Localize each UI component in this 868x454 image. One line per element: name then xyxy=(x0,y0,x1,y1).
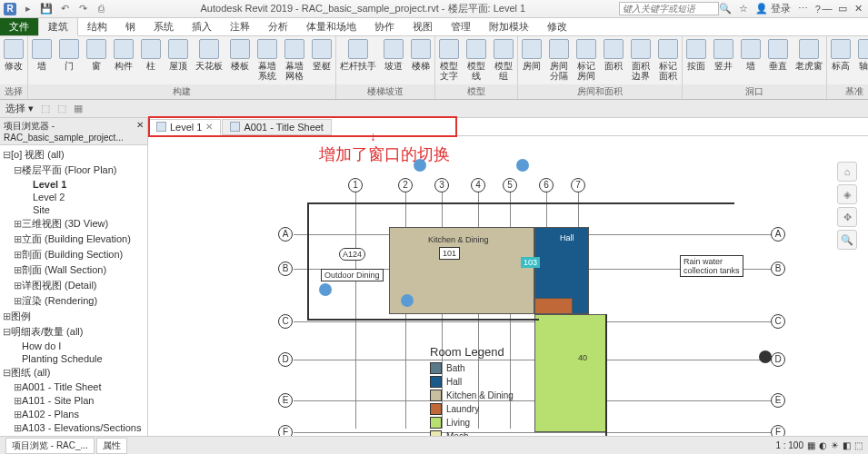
ribbon-tab[interactable]: 钢 xyxy=(116,18,145,35)
document-tab[interactable]: A001 - Title Sheet xyxy=(222,119,331,135)
ribbon-button[interactable]: 老虎窗 xyxy=(792,36,826,84)
tree-toggle-icon[interactable]: ⊟ xyxy=(2,149,11,161)
nav-pan-icon[interactable]: ✥ xyxy=(837,207,857,227)
ribbon-button[interactable]: 栏杆扶手 xyxy=(336,36,380,84)
grid-bubble[interactable]: A xyxy=(278,227,293,242)
tree-toggle-icon[interactable]: ⊞ xyxy=(13,249,22,261)
tree-node[interactable]: ⊞A001 - Title Sheet xyxy=(2,380,145,394)
ribbon-button[interactable]: 房间分隔 xyxy=(545,36,573,84)
tree-node[interactable]: ⊞剖面 (Wall Section) xyxy=(2,262,145,278)
ribbon-button[interactable]: 窗 xyxy=(83,36,110,84)
help-search-input[interactable] xyxy=(619,2,719,15)
tree-node[interactable]: ⊞三维视图 (3D View) xyxy=(2,216,145,232)
tree-toggle-icon[interactable]: ⊞ xyxy=(13,395,22,407)
tree-node[interactable]: Level 1 xyxy=(2,178,145,191)
ribbon-button[interactable]: 门 xyxy=(55,36,83,84)
tree-toggle-icon[interactable]: ⊞ xyxy=(13,280,22,291)
tree-toggle-icon[interactable]: ⊞ xyxy=(13,218,22,230)
opt-icon[interactable]: ▦ xyxy=(74,103,83,114)
panel-tab[interactable]: 项目浏览 - RAC_... xyxy=(5,438,95,454)
ribbon-button[interactable]: 构件 xyxy=(110,36,137,84)
tree-toggle-icon[interactable]: ⊟ xyxy=(2,367,11,379)
elevation-marker-icon[interactable] xyxy=(759,350,772,363)
tree-toggle-icon[interactable]: ⊞ xyxy=(13,381,22,393)
grid-bubble[interactable]: 2 xyxy=(398,178,413,192)
ribbon-button[interactable]: 轴网 xyxy=(854,36,868,84)
tree-toggle-icon[interactable]: ⊞ xyxy=(13,264,22,276)
tree-node[interactable]: ⊟[o] 视图 (all) xyxy=(2,147,145,163)
grid-bubble[interactable]: 7 xyxy=(571,178,585,192)
tree-toggle-icon[interactable]: ⊞ xyxy=(13,295,22,307)
tree-node[interactable]: How do I xyxy=(2,340,145,352)
ribbon-button[interactable]: 模型组 xyxy=(490,36,517,84)
tree-node[interactable]: Level 2 xyxy=(2,191,145,203)
tree-node[interactable]: ⊞A101 - Site Plan xyxy=(2,394,145,408)
tree-node[interactable]: ⊞A103 - Elevations/Sections xyxy=(2,421,145,435)
nav-home-icon[interactable]: ⌂ xyxy=(837,162,857,182)
ribbon-button[interactable]: 垂直 xyxy=(764,36,792,84)
ribbon-button[interactable]: 按面 xyxy=(683,36,710,84)
ribbon-button[interactable]: 柱 xyxy=(137,36,165,84)
sun-path-icon[interactable]: ☀ xyxy=(831,440,839,450)
tree-toggle-icon[interactable]: ⊟ xyxy=(13,164,22,176)
ribbon-button[interactable]: 修改 xyxy=(0,36,27,84)
qat-redo-icon[interactable]: ↷ xyxy=(76,3,89,15)
ribbon-button[interactable]: 标记面积 xyxy=(654,36,682,84)
ribbon-tab[interactable]: 视图 xyxy=(404,18,442,35)
section-marker-icon[interactable] xyxy=(401,294,414,307)
grid-bubble[interactable]: C xyxy=(278,314,293,329)
tree-node[interactable]: ⊞剖面 (Building Section) xyxy=(2,247,145,262)
favorite-icon[interactable]: ☆ xyxy=(739,3,748,15)
tree-node[interactable]: Site xyxy=(2,203,145,216)
ribbon-button[interactable]: 楼梯 xyxy=(407,36,434,84)
tree-node[interactable]: ⊟图纸 (all) xyxy=(2,365,145,380)
ribbon-button[interactable]: 幕墙系统 xyxy=(254,36,281,84)
tree-toggle-icon[interactable]: ⊟ xyxy=(2,326,11,338)
ribbon-button[interactable]: 楼板 xyxy=(226,36,254,84)
grid-bubble[interactable]: D xyxy=(278,352,293,367)
opt-icon[interactable]: ⬚ xyxy=(41,103,50,114)
tree-toggle-icon[interactable]: ⊞ xyxy=(13,233,22,245)
select-mode-dropdown[interactable]: 选择 ▾ xyxy=(5,102,34,115)
tree-node[interactable]: ⊞A102 - Plans xyxy=(2,408,145,421)
grid-bubble[interactable]: B xyxy=(771,262,785,276)
ribbon-button[interactable]: 模型线 xyxy=(463,36,490,84)
grid-bubble[interactable]: 5 xyxy=(503,178,517,192)
maximize-button[interactable]: ▭ xyxy=(836,3,849,15)
ribbon-tab[interactable]: 文件 xyxy=(0,18,38,35)
crop-icon[interactable]: ⬚ xyxy=(854,440,863,450)
ribbon-button[interactable]: 标高 xyxy=(827,36,854,84)
section-marker-icon[interactable] xyxy=(414,159,426,172)
tree-toggle-icon[interactable]: ⊞ xyxy=(13,422,22,434)
grid-bubble[interactable]: 3 xyxy=(434,178,449,192)
section-marker-icon[interactable] xyxy=(319,283,332,296)
ribbon-button[interactable]: 天花板 xyxy=(192,36,226,84)
grid-bubble[interactable]: B xyxy=(278,262,293,276)
ribbon-button[interactable]: 墙 xyxy=(737,36,764,84)
grid-bubble[interactable]: D xyxy=(771,352,785,367)
ribbon-tab[interactable]: 修改 xyxy=(538,18,576,35)
ribbon-button[interactable]: 模型文字 xyxy=(435,36,463,84)
document-tab[interactable]: Level 1✕ xyxy=(148,119,221,135)
detail-level-icon[interactable]: ▦ xyxy=(807,440,815,450)
exchange-icon[interactable]: ⋯ xyxy=(798,3,808,15)
ribbon-tab[interactable]: 结构 xyxy=(78,18,116,35)
qat-undo-icon[interactable]: ↶ xyxy=(58,3,71,15)
ribbon-button[interactable]: 墙 xyxy=(28,36,55,84)
grid-bubble[interactable]: 1 xyxy=(348,178,363,192)
ribbon-button[interactable]: 标记房间 xyxy=(573,36,600,84)
section-marker-icon[interactable] xyxy=(516,159,529,172)
tree-node[interactable]: Planting Schedule xyxy=(2,352,145,365)
tree-node[interactable]: ⊞渲染 (Rendering) xyxy=(2,293,145,309)
scale-display[interactable]: 1 : 100 xyxy=(775,440,803,450)
grid-bubble[interactable]: 6 xyxy=(539,178,554,192)
grid-bubble[interactable]: C xyxy=(771,314,785,329)
tree-node[interactable]: ⊞图例 xyxy=(2,309,145,324)
ribbon-tab[interactable]: 注释 xyxy=(221,18,259,35)
signin-button[interactable]: 👤 登录 xyxy=(755,2,791,15)
ribbon-button[interactable]: 竖井 xyxy=(710,36,737,84)
ribbon-tab[interactable]: 分析 xyxy=(259,18,297,35)
infocenter-icon[interactable]: 🔍 xyxy=(719,3,732,15)
ribbon-tab[interactable]: 体量和场地 xyxy=(297,18,365,35)
ribbon-tab[interactable]: 插入 xyxy=(183,18,221,35)
